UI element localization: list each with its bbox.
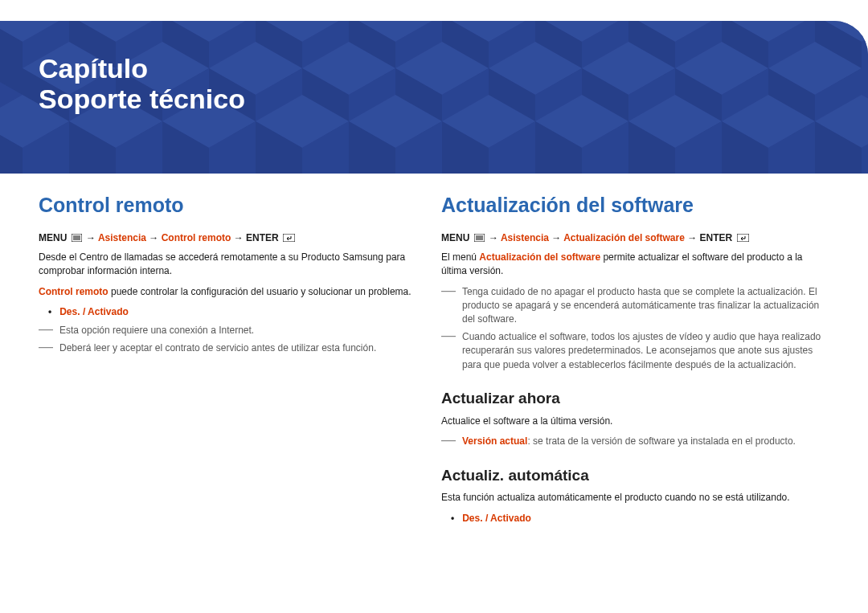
breadcrumb-right: MENU → Asistencia → Actualización del so… <box>441 231 829 246</box>
bc-step1: Asistencia <box>501 232 549 243</box>
option-row-sub2: • Des. / Activado <box>451 512 829 525</box>
para-sub2: Esta función actualiza automáticamente e… <box>441 491 829 505</box>
note-left-1-text: Esta opción requiere una conexión a Inte… <box>59 324 427 337</box>
menu-icon <box>474 232 485 246</box>
option-row-left: • Des. / Activado <box>48 305 427 319</box>
heading-control-remoto: Control remoto <box>39 194 427 217</box>
menu-icon <box>72 232 82 246</box>
banner-titles: Capítulo Soporte técnico <box>39 55 245 115</box>
para-right-1: El menú Actualización del software permi… <box>441 251 829 279</box>
page-body: Control remoto MENU → Asistencia → Contr… <box>0 174 868 562</box>
bc-enter: ENTER <box>700 232 733 243</box>
breadcrumb-left: MENU → Asistencia → Control remoto → ENT… <box>39 231 427 246</box>
chapter-label: Capítulo <box>39 55 245 84</box>
note-sub1: ― Versión actual: se trata de la versión… <box>441 435 829 448</box>
heading-actualiz-automatica: Actualiz. automática <box>441 467 829 485</box>
bc-step2: Control remoto <box>162 232 231 243</box>
para-left-2: Control remoto puede controlar la config… <box>39 285 427 299</box>
chapter-title: Soporte técnico <box>39 84 245 115</box>
chapter-banner: Capítulo Soporte técnico <box>0 21 868 174</box>
note-left-2: ― Deberá leer y aceptar el contrato de s… <box>39 341 427 355</box>
col-control-remoto: Control remoto MENU → Asistencia → Contr… <box>39 194 427 530</box>
para-left-2-rest: puede controlar la configuración del usu… <box>108 286 411 297</box>
bc-step2: Actualización del software <box>563 232 685 243</box>
para-sub1: Actualice el software a la última versió… <box>441 415 829 428</box>
note-dash-icon: ― <box>441 330 456 372</box>
bc-enter: ENTER <box>246 232 279 243</box>
bc-arrow: → <box>86 232 96 243</box>
bc-arrow: → <box>149 232 158 243</box>
bc-arrow: → <box>234 232 244 243</box>
para-right-1-lead: Actualización del software <box>479 251 600 263</box>
note-right-2: ― Cuando actualice el software, todos lo… <box>441 330 829 372</box>
bc-arrow: → <box>551 232 561 243</box>
note-dash-icon: ― <box>39 324 53 337</box>
option-left: Des. / Activado <box>59 305 129 319</box>
bc-menu: MENU <box>441 232 469 243</box>
bc-arrow: → <box>489 232 498 243</box>
note-right-1-text: Tenga cuidado de no apagar el producto h… <box>462 285 829 327</box>
note-left-1: ― Esta opción requiere una conexión a In… <box>39 324 427 337</box>
enter-icon <box>283 232 295 246</box>
note-dash-icon: ― <box>441 285 456 327</box>
svg-rect-13 <box>737 234 749 242</box>
manual-page: Capítulo Soporte técnico Control remoto … <box>0 21 868 613</box>
option-sub2: Des. / Activado <box>462 512 531 525</box>
note-dash-icon: ― <box>441 435 456 448</box>
bullet-dot-icon: • <box>48 305 51 319</box>
enter-icon <box>737 232 749 246</box>
note-sub1-rest: : se trata de la versión de software ya … <box>527 435 796 447</box>
note-right-2-text: Cuando actualice el software, todos los … <box>462 330 829 372</box>
heading-actualizacion: Actualización del software <box>441 194 829 217</box>
bc-arrow: → <box>687 232 697 243</box>
svg-rect-8 <box>283 234 295 242</box>
bc-menu: MENU <box>39 232 67 243</box>
note-sub1-lead: Versión actual <box>462 435 527 447</box>
note-sub1-text: Versión actual: se trata de la versión d… <box>462 435 829 448</box>
note-dash-icon: ― <box>39 341 53 355</box>
para-right-1a: El menú <box>441 251 479 263</box>
note-right-1: ― Tenga cuidado de no apagar el producto… <box>441 285 829 327</box>
bullet-dot-icon: • <box>451 512 454 525</box>
heading-actualizar-ahora: Actualizar ahora <box>441 390 829 408</box>
para-left-1: Desde el Centro de llamadas se accederá … <box>39 251 427 279</box>
bc-step1: Asistencia <box>98 232 146 243</box>
para-left-2-lead: Control remoto <box>39 286 108 297</box>
note-left-2-text: Deberá leer y aceptar el contrato de ser… <box>59 341 427 355</box>
col-actualizacion: Actualización del software MENU → Asiste… <box>441 194 829 530</box>
